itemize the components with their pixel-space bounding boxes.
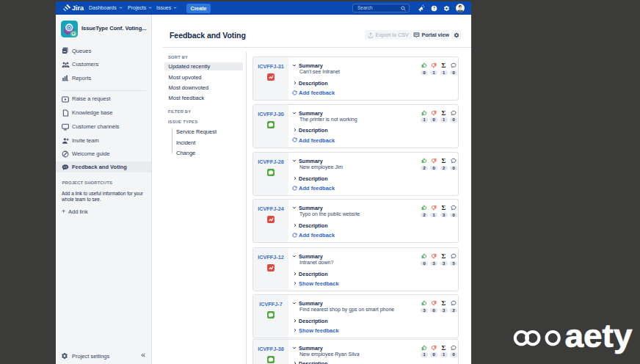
svg-text:aety: aety	[565, 320, 633, 354]
svg-text:?: ?	[433, 6, 435, 10]
